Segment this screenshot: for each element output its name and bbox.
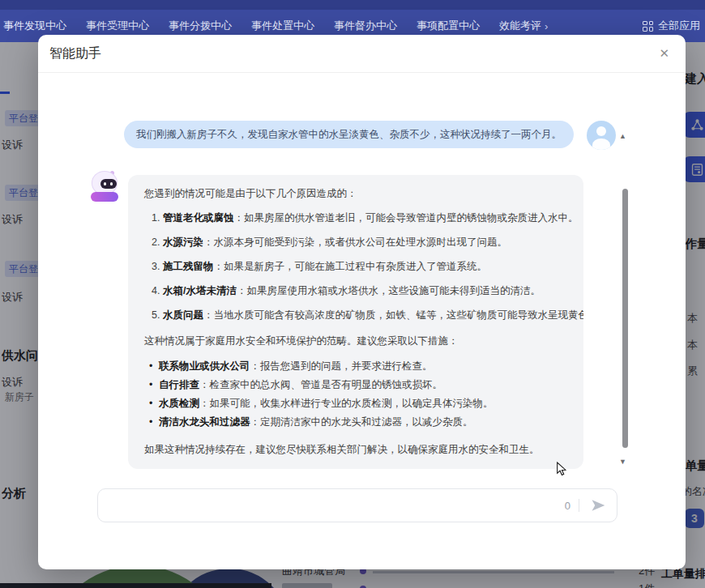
item-heading: 联系物业或供水公司 [159,360,250,372]
user-message-row: 我们刚搬入新房子不久，发现自家水管中的水呈淡黄色、杂质不少，这种状况持续了一两个… [38,121,616,150]
bullet-list: •联系物业或供水公司：报告您遇到的问题，并要求进行检查。 •自行排查：检查家中的… [144,357,567,432]
bullet-item: •清洁水龙头和过滤器：定期清洁家中的水龙头和过滤器，以减少杂质。 [144,413,567,432]
numbered-item: 4. 水箱/水塔未清洁：如果房屋使用水箱或水塔供水，这些设施可能未得到适当的清洁… [144,283,567,299]
item-number: 3. [152,261,160,272]
message-input-bar: 0 [97,488,617,522]
bullet-dot: • [149,394,159,413]
item-text: ：检查家中的总水阀、管道是否有明显的锈蚀或损坏。 [199,379,442,390]
item-number: 4. [152,285,160,296]
item-text: ：报告您遇到的问题，并要求进行检查。 [250,360,433,372]
numbered-item: 3. 施工残留物：如果是新房子，可能在施工过程中有杂质进入了管道系统。 [144,259,567,275]
send-button[interactable] [589,496,607,514]
item-heading: 水箱/水塔未清洁 [163,285,237,296]
user-avatar [587,121,616,150]
item-heading: 自行排查 [159,379,199,390]
assistant-middle: 这种情况属于家庭用水安全和环境保护的范畴。建议您采取以下措施： [144,334,567,349]
item-number: 5. [152,309,160,321]
assistant-dialog: 智能助手 ✕ 我们刚搬入新房子不久，发现自家水管中的水呈淡黄色、杂质不少，这种状… [38,35,686,569]
nav-item-config-center[interactable]: 事项配置中心 [417,19,480,33]
apps-grid-icon [643,21,653,32]
bullet-dot: • [149,357,159,376]
all-apps-label: 全部应用 [658,19,700,33]
robot-icon [92,172,117,194]
bullet-item: •水质检测：如果可能，收集水样进行专业的水质检测，以确定具体污染物。 [144,394,567,413]
dialog-header: 智能助手 ✕ [38,35,686,73]
numbered-item: 2. 水源污染：水源本身可能受到污染，或者供水公司在处理水源时出现了问题。 [144,235,567,250]
numbered-item: 5. 水质问题：当地水质可能含有较高浓度的矿物质，如铁、锰等，这些矿物质可能导致… [144,308,567,323]
person-icon [596,126,606,136]
bullet-dot: • [149,376,159,394]
item-number: 1. [152,212,160,224]
item-heading: 水质检测 [159,398,199,409]
nav-item-label: 效能考评 [499,19,541,33]
screen: 平台登 设诉 平台登 设诉 平台登 设诉 供水问 设诉 新房子 分析 建入 作量… [0,0,705,588]
nav-item-performance[interactable]: 效能考评 › [499,19,548,33]
item-heading: 施工残留物 [163,261,214,272]
item-number: 2. [152,236,160,248]
item-heading: 管道老化或腐蚀 [163,212,234,224]
scroll-up-icon[interactable]: ▲ [619,132,626,140]
dialog-title: 智能助手 [49,35,101,72]
bullet-item: •自行排查：检查家中的总水阀、管道是否有明显的锈蚀或损坏。 [144,376,567,394]
bullet-item: •联系物业或供水公司：报告您遇到的问题，并要求进行检查。 [144,357,567,376]
window-top-strip [0,0,705,10]
item-text: ：水源本身可能受到污染，或者供水公司在处理水源时出现了问题。 [203,236,507,248]
nav-item-event-acceptance[interactable]: 事件受理中心 [86,19,149,33]
chat-scrollbar-thumb[interactable] [622,189,628,448]
bot-message-bubble: 您遇到的情况可能是由于以下几个原因造成的： 1. 管道老化或腐蚀：如果房屋的供水… [128,175,583,469]
item-text: ：如果房屋使用水箱或水塔供水，这些设施可能未得到适当的清洁。 [237,285,540,296]
message-input[interactable] [108,499,558,513]
nav-item-event-supervision[interactable]: 事件督办中心 [334,19,397,33]
send-icon [590,497,606,513]
item-text: ：如果是新房子，可能在施工过程中有杂质进入了管道系统。 [213,261,487,272]
user-message-bubble: 我们刚搬入新房子不久，发现自家水管中的水呈淡黄色、杂质不少，这种状况持续了一两个… [124,121,574,148]
item-text: ：当地水质可能含有较高浓度的矿物质，如铁、锰等，这些矿物质可能导致水呈现黄色。 [203,309,583,321]
item-text: ：如果房屋的供水管道老旧，可能会导致管道内壁的锈蚀物或杂质进入水中。 [233,212,578,224]
assistant-intro: 您遇到的情况可能是由于以下几个原因造成的： [144,186,567,202]
nav-item-event-discovery[interactable]: 事件发现中心 [3,19,66,33]
char-counter: 0 [565,500,570,512]
chevron-right-icon: › [545,20,548,32]
scroll-down-icon[interactable]: ▼ [619,458,626,466]
item-heading: 水质问题 [163,309,203,321]
assistant-outro: 如果这种情况持续存在，建议您尽快联系相关部门解决，以确保家庭用水的安全和卫生。 [144,442,567,458]
mouse-cursor [556,462,567,479]
item-text: ：定期清洁家中的水龙头和过滤器，以减少杂质。 [250,416,473,428]
close-icon[interactable]: ✕ [659,45,669,62]
item-text: ：如果可能，收集水样进行专业的水质检测，以确定具体污染物。 [199,398,494,409]
item-heading: 清洁水龙头和过滤器 [159,416,250,428]
numbered-item: 1. 管道老化或腐蚀：如果房屋的供水管道老旧，可能会导致管道内壁的锈蚀物或杂质进… [144,211,567,226]
bot-avatar [88,171,121,203]
bullet-dot: • [149,413,159,432]
nav-item-event-handling[interactable]: 事件处置中心 [251,19,314,33]
item-heading: 水源污染 [163,236,203,248]
input-divider [579,499,579,512]
nav-item-event-dispatch[interactable]: 事件分拨中心 [169,19,232,33]
